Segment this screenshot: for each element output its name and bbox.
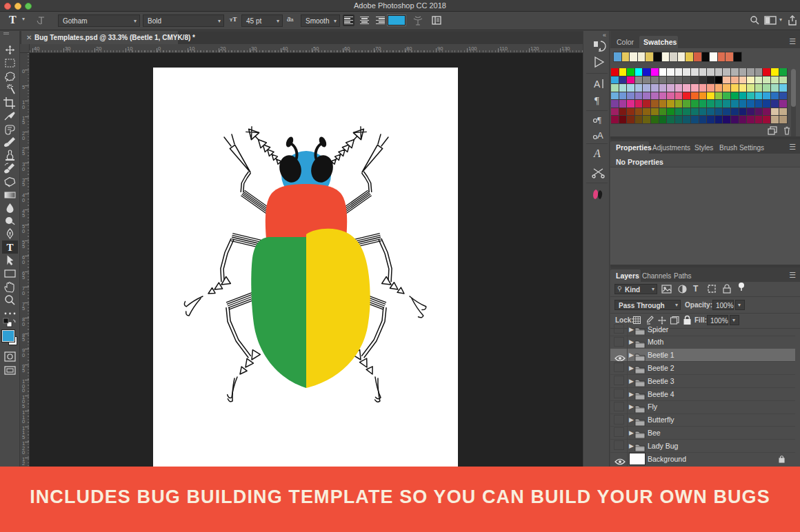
svg-text:A: A — [593, 147, 601, 159]
svg-text:T: T — [6, 241, 13, 252]
svg-text:¶: ¶ — [597, 114, 601, 125]
svg-text:¶: ¶ — [594, 95, 599, 106]
svg-text:A: A — [594, 79, 601, 90]
svg-text:A: A — [597, 130, 603, 141]
